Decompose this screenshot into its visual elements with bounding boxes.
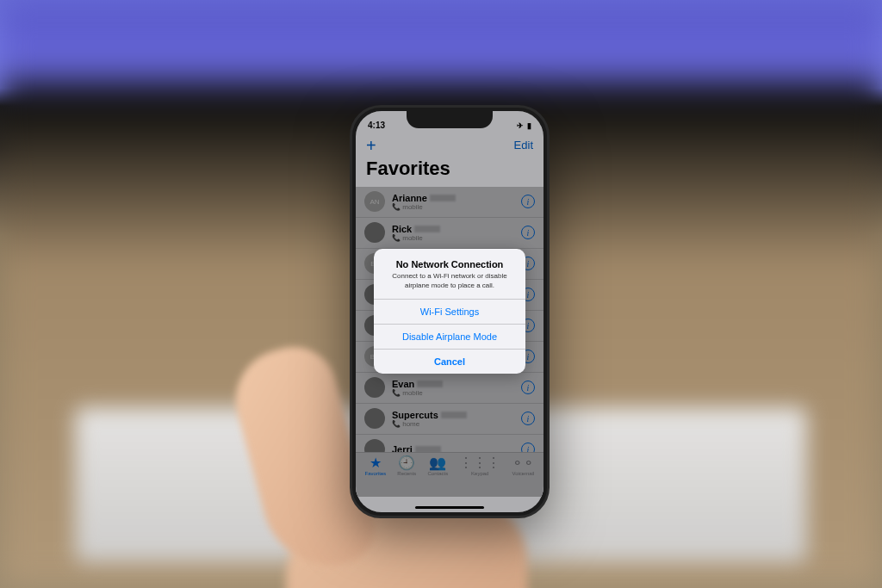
alert-cancel-button[interactable]: Cancel (374, 349, 525, 374)
alert-disable-button[interactable]: Disable Airplane Mode (374, 324, 525, 349)
alert-title: No Network Connection (382, 259, 517, 269)
notch (407, 111, 493, 128)
screen: 4:13 ✈ ▮ + Edit Favorites ANArianne📞 mob… (356, 111, 543, 512)
iphone-frame: 4:13 ✈ ▮ + Edit Favorites ANArianne📞 mob… (350, 105, 550, 518)
alert-overlay: No Network Connection Connect to a Wi-Fi… (356, 111, 543, 512)
home-indicator[interactable] (415, 506, 484, 509)
alert-message: Connect to a Wi-Fi network or disable ai… (382, 272, 517, 290)
alert-wifi-button[interactable]: Wi-Fi Settings (374, 299, 525, 324)
alert-dialog: No Network Connection Connect to a Wi-Fi… (374, 249, 525, 374)
